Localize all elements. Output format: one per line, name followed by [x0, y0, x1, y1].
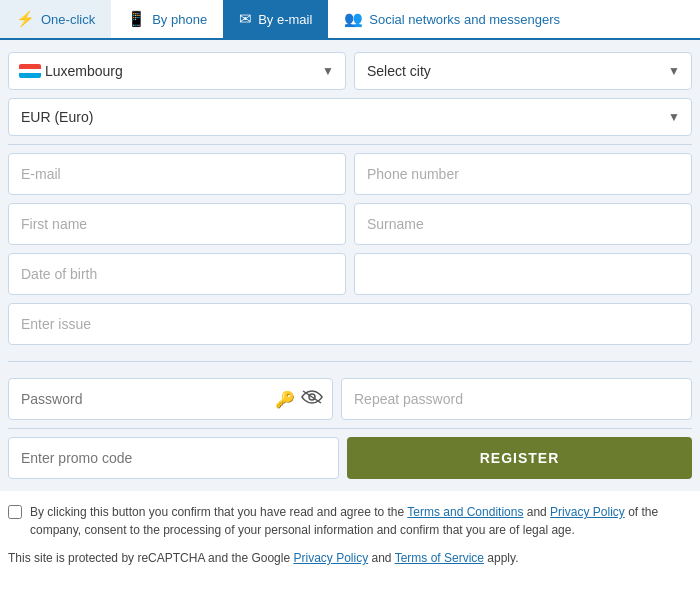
dob-input[interactable]	[8, 253, 346, 295]
terms-checkbox-row: By clicking this button you confirm that…	[8, 503, 692, 539]
recaptcha-section: This site is protected by reCAPTCHA and …	[0, 551, 700, 575]
country-select[interactable]: Luxembourg ▼	[8, 52, 346, 90]
issue-input[interactable]	[8, 303, 692, 345]
name-row	[8, 203, 692, 245]
city-select[interactable]: Select city	[354, 52, 692, 90]
repeat-password-input[interactable]	[341, 378, 692, 420]
recaptcha-text-2: and	[368, 551, 394, 565]
terms-text-2: and	[523, 505, 550, 519]
country-label: Luxembourg	[45, 63, 123, 79]
terms-checkbox[interactable]	[8, 505, 22, 519]
recaptcha-privacy-link[interactable]: Privacy Policy	[293, 551, 368, 565]
eye-slash-icon[interactable]	[301, 389, 323, 409]
tab-one-click[interactable]: ⚡ One-click	[0, 0, 111, 38]
surname-input[interactable]	[354, 203, 692, 245]
divider-2	[8, 361, 692, 362]
currency-select-wrapper: EUR (Euro) USD (Dollar) GBP (Pound) ▼	[8, 98, 692, 136]
promo-input[interactable]	[8, 437, 339, 479]
currency-row: EUR (Euro) USD (Dollar) GBP (Pound) ▼	[8, 98, 692, 136]
email-input[interactable]	[8, 153, 346, 195]
recaptcha-text-1: This site is protected by reCAPTCHA and …	[8, 551, 293, 565]
inputs-grid: 🔑	[8, 153, 692, 420]
bottom-row: REGISTER	[8, 437, 692, 479]
recaptcha-text-3: apply.	[484, 551, 518, 565]
tab-social-label: Social networks and messengers	[369, 12, 560, 27]
flag-blue	[19, 73, 41, 78]
terms-text-1: By clicking this button you confirm that…	[30, 505, 407, 519]
first-name-input[interactable]	[8, 203, 346, 245]
phone-input[interactable]	[354, 153, 692, 195]
privacy-policy-link[interactable]: Privacy Policy	[550, 505, 625, 519]
register-button[interactable]: REGISTER	[347, 437, 692, 479]
divider-3	[8, 428, 692, 429]
lightning-icon: ⚡	[16, 10, 35, 28]
city-select-wrapper: Select city ▼	[354, 52, 692, 90]
tab-by-phone[interactable]: 📱 By phone	[111, 0, 223, 38]
issue-row	[8, 303, 692, 345]
password-icons: 🔑	[275, 389, 323, 409]
tab-by-email-label: By e-mail	[258, 12, 312, 27]
currency-select[interactable]: EUR (Euro) USD (Dollar) GBP (Pound)	[8, 98, 692, 136]
terms-section: By clicking this button you confirm that…	[0, 491, 700, 551]
country-select-wrapper: Luxembourg ▼	[8, 52, 346, 90]
social-icon: 👥	[344, 10, 363, 28]
password-row: 🔑	[8, 378, 692, 420]
tab-one-click-label: One-click	[41, 12, 95, 27]
divider-1	[8, 144, 692, 145]
tab-by-phone-label: By phone	[152, 12, 207, 27]
recaptcha-terms-link[interactable]: Terms of Service	[395, 551, 484, 565]
dob-empty-cell	[354, 253, 692, 295]
terms-conditions-link[interactable]: Terms and Conditions	[407, 505, 523, 519]
password-wrapper: 🔑	[8, 378, 333, 420]
country-city-row: Luxembourg ▼ Select city ▼	[8, 52, 692, 90]
terms-text: By clicking this button you confirm that…	[30, 503, 692, 539]
luxembourg-flag	[19, 64, 41, 78]
email-phone-row	[8, 153, 692, 195]
key-icon[interactable]: 🔑	[275, 390, 295, 409]
country-dropdown-arrow: ▼	[322, 64, 334, 78]
dob-row	[8, 253, 692, 295]
tabs-bar: ⚡ One-click 📱 By phone ✉ By e-mail 👥 Soc…	[0, 0, 700, 40]
tab-by-email[interactable]: ✉ By e-mail	[223, 0, 328, 38]
phone-icon: 📱	[127, 10, 146, 28]
tab-social[interactable]: 👥 Social networks and messengers	[328, 0, 576, 38]
form-container: Luxembourg ▼ Select city ▼ EUR (Euro) US…	[0, 40, 700, 491]
email-tab-icon: ✉	[239, 10, 252, 28]
